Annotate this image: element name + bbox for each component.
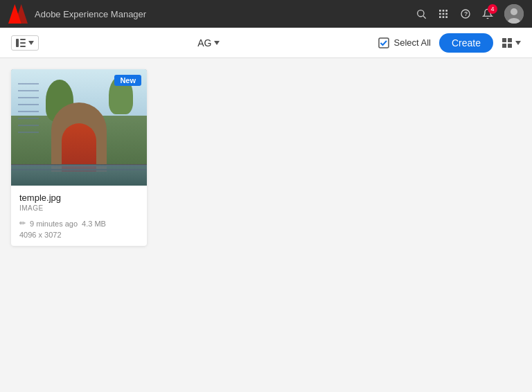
svg-rect-7 bbox=[439, 13, 441, 15]
view-toggle[interactable] bbox=[502, 37, 521, 48]
toolbar-right: Select All Create bbox=[378, 33, 521, 53]
search-button[interactable] bbox=[416, 8, 427, 19]
nav-icons: ? 4 bbox=[416, 4, 524, 24]
create-button[interactable]: Create bbox=[439, 33, 493, 53]
toolbar-left bbox=[11, 35, 39, 51]
nav-bar: Adobe Experience Manager bbox=[0, 0, 532, 28]
svg-rect-5 bbox=[443, 10, 445, 12]
svg-rect-19 bbox=[20, 39, 26, 40]
svg-rect-10 bbox=[439, 16, 441, 18]
avatar[interactable] bbox=[504, 4, 524, 24]
svg-rect-9 bbox=[445, 13, 447, 15]
asset-name: temple.jpg bbox=[19, 193, 139, 203]
svg-rect-11 bbox=[443, 16, 445, 18]
svg-line-3 bbox=[423, 16, 426, 19]
ag-dropdown[interactable]: AG bbox=[197, 37, 220, 48]
asset-meta: ✏ 9 minutes ago 4.3 MB bbox=[19, 219, 139, 228]
svg-rect-26 bbox=[508, 38, 512, 42]
svg-rect-25 bbox=[502, 38, 506, 42]
svg-point-2 bbox=[418, 10, 424, 17]
notification-button[interactable]: 4 bbox=[482, 8, 493, 19]
svg-rect-21 bbox=[20, 46, 26, 47]
main-content: New temple.jpg IMAGE ✏ 9 minutes ago 4.3… bbox=[0, 58, 532, 392]
asset-info: temple.jpg IMAGE ✏ 9 minutes ago 4.3 MB … bbox=[11, 186, 147, 246]
app-title: Adobe Experience Manager bbox=[35, 9, 409, 19]
svg-marker-29 bbox=[515, 41, 521, 45]
adobe-logo bbox=[8, 4, 28, 24]
svg-text:?: ? bbox=[464, 10, 468, 17]
svg-rect-6 bbox=[445, 10, 447, 12]
panel-toggle-button[interactable] bbox=[11, 35, 39, 51]
svg-rect-12 bbox=[445, 16, 447, 18]
asset-size: 4.3 MB bbox=[82, 220, 106, 228]
asset-card[interactable]: New temple.jpg IMAGE ✏ 9 minutes ago 4.3… bbox=[11, 69, 147, 246]
asset-grid: New temple.jpg IMAGE ✏ 9 minutes ago 4.3… bbox=[11, 69, 521, 246]
pencil-icon: ✏ bbox=[19, 219, 26, 228]
select-all-label: Select All bbox=[393, 37, 430, 48]
toolbar-center: AG bbox=[44, 37, 373, 48]
notification-badge: 4 bbox=[488, 4, 497, 14]
svg-marker-23 bbox=[214, 41, 220, 45]
ag-label: AG bbox=[197, 37, 211, 48]
toolbar: AG Select All Create bbox=[0, 28, 532, 58]
asset-dimensions: 4096 x 3072 bbox=[19, 231, 139, 239]
svg-rect-8 bbox=[443, 13, 445, 15]
asset-type: IMAGE bbox=[19, 204, 139, 212]
svg-rect-20 bbox=[20, 42, 26, 44]
svg-rect-4 bbox=[439, 10, 441, 12]
asset-modified: 9 minutes ago bbox=[30, 220, 78, 228]
svg-point-16 bbox=[511, 8, 517, 15]
new-badge: New bbox=[114, 75, 141, 86]
help-button[interactable]: ? bbox=[460, 8, 471, 19]
svg-rect-18 bbox=[16, 39, 19, 47]
svg-rect-28 bbox=[508, 44, 512, 48]
apps-button[interactable] bbox=[438, 8, 449, 19]
select-all-button[interactable]: Select All bbox=[378, 37, 430, 48]
svg-rect-27 bbox=[502, 44, 506, 48]
svg-marker-22 bbox=[28, 41, 34, 45]
asset-thumbnail: New bbox=[11, 69, 147, 186]
